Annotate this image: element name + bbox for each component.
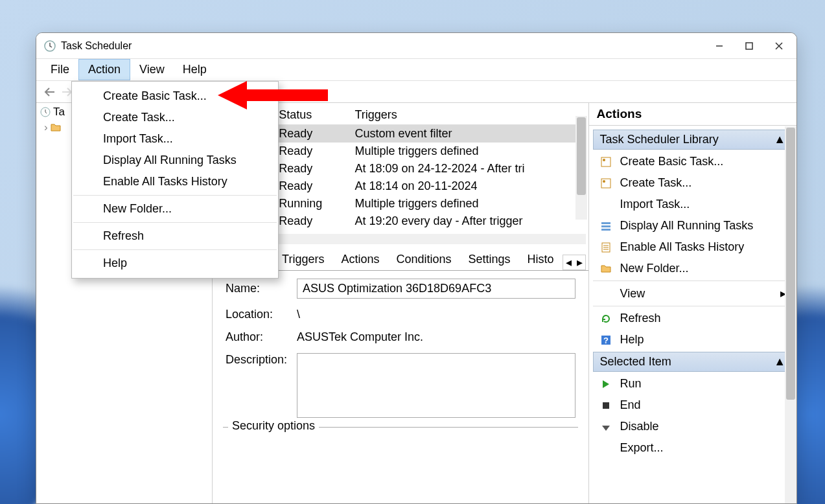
tab-history[interactable]: Histo	[519, 248, 563, 270]
folder-icon	[51, 122, 61, 133]
svg-rect-13	[603, 402, 609, 409]
detail-general-panel: Name: Location: \ Author: ASUSTek Comput…	[213, 271, 588, 449]
menuitem-new-folder[interactable]: New Folder...	[72, 198, 278, 220]
actions-panel: Actions Task Scheduler Library ▲ Create …	[589, 103, 796, 503]
action-help[interactable]: ?Help	[593, 329, 793, 350]
separator	[73, 222, 277, 223]
action-end[interactable]: End	[593, 395, 793, 416]
separator	[73, 249, 277, 250]
clock-icon	[44, 40, 56, 52]
clock-icon	[40, 107, 51, 117]
window-title: Task Scheduler	[61, 40, 704, 52]
tab-scroll[interactable]: ◂ ▸	[563, 255, 586, 270]
action-enable-history[interactable]: Enable All Tasks History	[593, 236, 793, 258]
menuitem-import-task[interactable]: Import Task...	[72, 128, 278, 150]
menubar: File Action View Help Create Basic Task.…	[36, 59, 796, 81]
svg-rect-8	[601, 225, 610, 227]
label-description: Description:	[226, 353, 297, 367]
description-field[interactable]	[297, 353, 575, 418]
action-create-task[interactable]: Create Task...	[593, 172, 793, 194]
export-icon	[599, 442, 612, 455]
collapse-icon[interactable]: ▲	[774, 355, 785, 369]
section-selected-item[interactable]: Selected Item ▲	[593, 352, 793, 372]
folder-icon	[599, 262, 612, 275]
history-icon	[599, 241, 612, 254]
action-disable[interactable]: Disable	[593, 416, 793, 437]
chevron-right-icon[interactable]: ▸	[574, 255, 585, 269]
tab-actions[interactable]: Actions	[332, 248, 388, 270]
help-icon: ?	[599, 334, 612, 347]
separator	[73, 195, 277, 196]
menu-file[interactable]: File	[41, 59, 78, 80]
stop-icon	[599, 399, 612, 412]
menu-view[interactable]: View	[130, 59, 174, 80]
titlebar[interactable]: Task Scheduler	[36, 33, 796, 59]
action-refresh[interactable]: Refresh	[593, 308, 793, 329]
maximize-button[interactable]	[734, 33, 764, 59]
tree-root-label: Ta	[53, 106, 65, 119]
menuitem-refresh[interactable]: Refresh	[72, 225, 278, 247]
svg-rect-5	[601, 179, 610, 188]
play-icon	[599, 378, 612, 391]
minimize-button[interactable]	[704, 33, 734, 59]
svg-rect-9	[601, 229, 610, 231]
action-display-running[interactable]: Display All Running Tasks	[593, 215, 793, 236]
chevron-left-icon[interactable]: ◂	[563, 255, 574, 269]
menu-action[interactable]: Action	[78, 59, 130, 80]
action-view[interactable]: View▸	[593, 282, 793, 304]
value-author: ASUSTek Computer Inc.	[297, 330, 575, 344]
section-task-scheduler-library[interactable]: Task Scheduler Library ▲	[593, 130, 793, 150]
task-icon	[599, 177, 612, 190]
refresh-icon	[599, 312, 612, 325]
menu-help[interactable]: Help	[174, 59, 216, 80]
scrollbar-vertical[interactable]	[575, 116, 587, 220]
svg-rect-7	[601, 222, 610, 224]
action-new-folder[interactable]: New Folder...	[593, 258, 793, 279]
list-icon	[599, 220, 612, 233]
action-import-task[interactable]: Import Task...	[593, 194, 793, 215]
tab-triggers[interactable]: Triggers	[273, 248, 332, 270]
close-button[interactable]	[764, 33, 794, 59]
svg-rect-1	[746, 43, 752, 49]
window-task-scheduler: Task Scheduler File Action View Help Cre…	[36, 32, 797, 504]
name-field[interactable]	[297, 279, 575, 299]
svg-rect-3	[601, 157, 610, 166]
action-export[interactable]: Export...	[593, 437, 793, 459]
action-create-basic-task[interactable]: Create Basic Task...	[593, 151, 793, 172]
expand-icon[interactable]: ›	[44, 121, 48, 134]
separator	[593, 306, 793, 306]
import-icon	[599, 198, 612, 211]
label-name: Name:	[226, 282, 297, 295]
col-triggers[interactable]: Triggers	[347, 106, 585, 125]
actions-title: Actions	[589, 103, 796, 126]
scrollbar-vertical[interactable]	[785, 126, 796, 503]
separator	[593, 281, 793, 281]
annotation-arrow	[211, 76, 341, 115]
menuitem-display-all-running[interactable]: Display All Running Tasks	[72, 150, 278, 171]
tab-settings[interactable]: Settings	[460, 248, 519, 270]
security-options-group: Security options	[223, 427, 578, 441]
label-author: Author:	[226, 330, 297, 344]
svg-text:?: ?	[603, 336, 609, 345]
value-location: \	[297, 308, 575, 321]
task-icon	[599, 155, 612, 168]
menuitem-help[interactable]: Help	[72, 253, 278, 274]
menuitem-enable-history[interactable]: Enable All Tasks History	[72, 171, 278, 192]
tab-conditions[interactable]: Conditions	[388, 248, 459, 270]
action-run[interactable]: Run	[593, 373, 793, 395]
label-location: Location:	[226, 308, 297, 321]
svg-point-6	[603, 180, 605, 183]
svg-point-4	[603, 159, 605, 161]
collapse-icon[interactable]: ▲	[774, 133, 785, 146]
back-icon[interactable]	[41, 84, 58, 100]
disable-icon	[599, 420, 612, 433]
